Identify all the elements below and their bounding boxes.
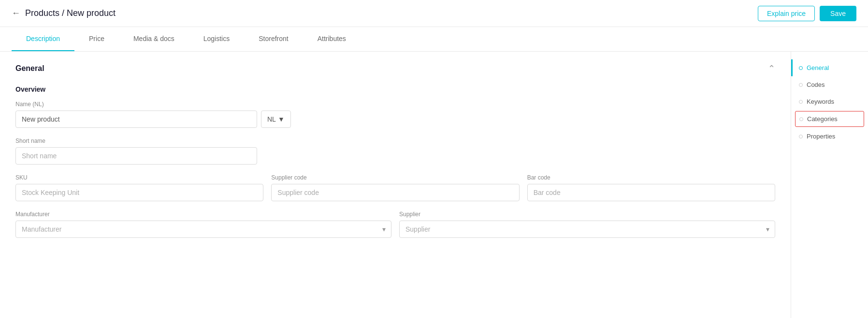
nav-label-categories: Categories (807, 115, 838, 123)
supplier-field-group: Supplier Supplier (399, 211, 775, 238)
name-row: NL ▼ (15, 111, 775, 128)
nav-dot-categories (799, 117, 803, 121)
collapse-icon[interactable]: ⌃ (768, 63, 775, 74)
tab-price[interactable]: Price (74, 27, 119, 51)
sku-label: SKU (15, 174, 263, 181)
header: ← Products / New product Explain price S… (0, 0, 868, 27)
supplier-code-input[interactable] (271, 184, 519, 201)
nav-label-general: General (807, 64, 829, 71)
supplier-code-label: Supplier code (271, 174, 519, 181)
nav-item-general[interactable]: General (791, 59, 868, 76)
name-field-group: Name (NL) NL ▼ (15, 101, 775, 128)
supplier-code-field-group: Supplier code (271, 174, 519, 201)
subsection-title: Overview (15, 85, 775, 93)
form-area: General ⌃ Overview Name (NL) NL ▼ Short … (0, 52, 791, 318)
explain-price-button[interactable]: Explain price (758, 6, 815, 21)
supplier-select-wrapper: Supplier (399, 221, 775, 238)
header-right: Explain price Save (758, 6, 856, 21)
manufacturer-select[interactable]: Manufacturer (15, 221, 391, 238)
nav-label-codes: Codes (807, 81, 825, 88)
nav-item-codes[interactable]: Codes (791, 76, 868, 93)
section-title: General (15, 64, 44, 73)
manufacturer-field-group: Manufacturer Manufacturer (15, 211, 391, 238)
nav-item-keywords[interactable]: Keywords (791, 93, 868, 110)
nav-label-properties: Properties (807, 133, 835, 140)
codes-row: SKU Supplier code Bar code (15, 174, 775, 201)
tab-description[interactable]: Description (12, 27, 74, 51)
nav-item-properties[interactable]: Properties (791, 128, 868, 145)
tab-logistics[interactable]: Logistics (189, 27, 244, 51)
name-input[interactable] (15, 111, 257, 128)
lang-value: NL (267, 115, 276, 123)
name-label: Name (NL) (15, 101, 775, 108)
tab-attributes[interactable]: Attributes (303, 27, 361, 51)
bar-code-input[interactable] (527, 184, 775, 201)
short-name-label: Short name (15, 138, 775, 144)
save-button[interactable]: Save (820, 6, 856, 21)
nav-dot-keywords (799, 100, 803, 104)
short-name-input[interactable] (15, 147, 257, 165)
main-content: General ⌃ Overview Name (NL) NL ▼ Short … (0, 52, 868, 318)
section-header: General ⌃ (15, 63, 775, 74)
header-left: ← Products / New product (12, 8, 116, 18)
lang-selector[interactable]: NL ▼ (261, 111, 291, 128)
lang-chevron-icon: ▼ (278, 115, 285, 123)
bar-code-label: Bar code (527, 174, 775, 181)
tab-media-docs[interactable]: Media & docs (119, 27, 189, 51)
nav-dot-general (799, 66, 803, 70)
sku-field-group: SKU (15, 174, 263, 201)
supplier-select[interactable]: Supplier (399, 221, 775, 238)
manufacturer-select-wrapper: Manufacturer (15, 221, 391, 238)
manufacturer-label: Manufacturer (15, 211, 391, 218)
mfr-supplier-row: Manufacturer Manufacturer Supplier Suppl… (15, 211, 775, 238)
page-title: Products / New product (25, 8, 116, 18)
back-button[interactable]: ← (12, 8, 20, 18)
nav-dot-codes (799, 83, 803, 87)
nav-item-categories[interactable]: Categories (795, 111, 864, 127)
bar-code-field-group: Bar code (527, 174, 775, 201)
nav-label-keywords: Keywords (807, 98, 834, 105)
short-name-field-group: Short name (15, 138, 775, 165)
supplier-label: Supplier (399, 211, 775, 218)
tabs-bar: Description Price Media & docs Logistics… (0, 27, 868, 52)
nav-dot-properties (799, 135, 803, 138)
tab-storefront[interactable]: Storefront (244, 27, 303, 51)
sku-input[interactable] (15, 184, 263, 201)
right-nav: General Codes Keywords Categories Proper… (791, 52, 868, 318)
